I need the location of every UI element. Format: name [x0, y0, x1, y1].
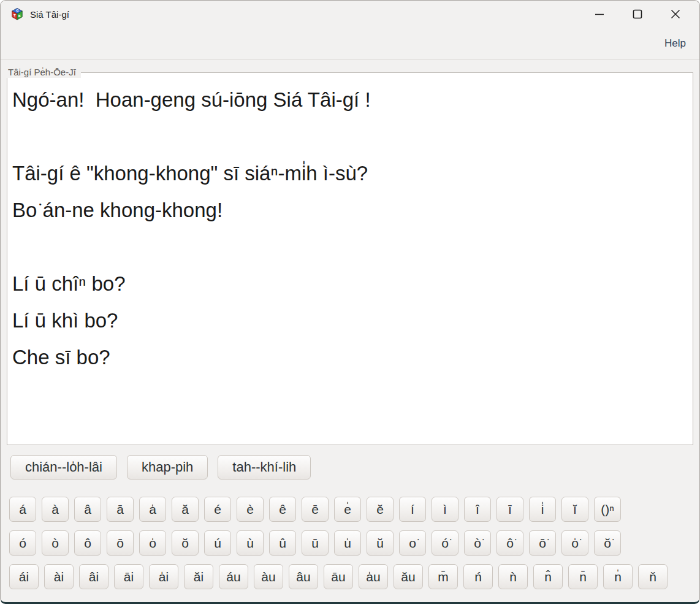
tone-keyboard: áàâāa̍ăéèêēe̍ĕíìîīi̍ĭ()ⁿóòôōo̍ŏúùûūu̍ŭo͘… [9, 497, 691, 589]
tone-button[interactable]: ā [107, 497, 134, 522]
tone-button[interactable]: ń [463, 564, 493, 589]
tone-button[interactable]: ŏ [172, 530, 199, 556]
tone-button[interactable]: ŏ͘ [594, 530, 621, 556]
tone-button[interactable]: é [204, 497, 231, 522]
text-line: Ngó͘-an! Hoan-geng sú-iōng Siá Tâi-gí ! [12, 82, 688, 118]
tone-button[interactable]: áu [219, 564, 248, 589]
tone-button[interactable]: i̍ [529, 497, 556, 522]
tone-button[interactable]: à [42, 497, 69, 522]
tone-button[interactable]: ái [9, 564, 39, 589]
tone-button[interactable]: á [9, 497, 36, 522]
tone-button[interactable]: û [269, 530, 296, 556]
groupbox-label: Tâi-gí Pe̍h-Ōe-Jī [7, 67, 81, 78]
maximize-button[interactable] [618, 4, 656, 25]
tone-button[interactable]: e̍ [334, 497, 361, 522]
minimize-icon [593, 8, 606, 20]
menubar: Help [1, 28, 699, 59]
action-button[interactable]: tah--khí-lih [218, 455, 311, 480]
action-button[interactable]: khap-pih [127, 455, 208, 480]
text-line [12, 118, 688, 155]
tone-button[interactable]: âi [79, 564, 108, 589]
text-line: Bo͘ án-ne khong-khong! [12, 192, 688, 229]
tone-button[interactable]: ē [302, 497, 329, 522]
tone-button[interactable]: u̍ [334, 530, 361, 556]
titlebar: G T K Siá Tâi-gí [1, 1, 699, 28]
tone-button[interactable]: o̍ [139, 530, 166, 556]
tone-button[interactable]: ǹ [498, 564, 528, 589]
tone-button[interactable]: àu [254, 564, 283, 589]
tone-button[interactable]: âu [289, 564, 318, 589]
tone-button[interactable]: ŭ [367, 530, 394, 556]
poj-groupbox: Tâi-gí Pe̍h-Ōe-Jī Ngó͘-an! Hoan-geng sú-… [7, 67, 693, 445]
tone-button[interactable]: n̍ [603, 564, 633, 589]
tone-button[interactable]: ī [496, 497, 523, 522]
tone-button[interactable]: a̍u [359, 564, 388, 589]
tone-button[interactable]: ù [237, 530, 264, 556]
tone-button[interactable]: í [399, 497, 426, 522]
text-line: Tâi-gí ê "khong-khong" sī siáⁿ-mi̍h ì-sù… [12, 155, 688, 192]
text-area[interactable]: Ngó͘-an! Hoan-geng sú-iōng Siá Tâi-gí !T… [7, 72, 693, 445]
menu-item-help[interactable]: Help [661, 35, 690, 52]
tone-button[interactable]: ó [9, 530, 36, 556]
tone-button[interactable]: m̄ [428, 564, 458, 589]
tone-row-3: áiàiâiāia̍iăiáuàuâuāua̍uăum̄ńǹn̂n̄n̍ň [9, 564, 691, 589]
svg-text:G: G [16, 9, 18, 12]
maximize-icon [631, 8, 644, 20]
tone-button[interactable]: a̍ [139, 497, 166, 522]
tone-button[interactable]: ĭ [561, 497, 588, 522]
tone-button[interactable]: è [237, 497, 264, 522]
tone-button[interactable]: ài [44, 564, 74, 589]
tone-button[interactable]: n̄ [568, 564, 598, 589]
tone-button[interactable]: â [74, 497, 101, 522]
svg-text:T: T [13, 13, 16, 17]
tone-row-1: áàâāa̍ăéèêēe̍ĕíìîīi̍ĭ()ⁿ [9, 497, 691, 522]
tone-button[interactable]: ô [74, 530, 101, 556]
tone-button[interactable]: ì [432, 497, 458, 522]
tone-button[interactable]: ă [172, 497, 199, 522]
tone-row-2: óòôōo̍ŏúùûūu̍ŭo͘ó͘ò͘ô͘ō͘o̍͘ŏ͘ [9, 530, 691, 556]
tone-button[interactable]: ăi [184, 564, 213, 589]
tone-button[interactable]: a̍i [149, 564, 178, 589]
tone-button[interactable]: ô͘ [496, 530, 523, 556]
app-window: G T K Siá Tâi-gí Help Tâi-gí P [0, 0, 700, 604]
tone-button[interactable]: î [464, 497, 491, 522]
tone-button[interactable]: ō [107, 530, 134, 556]
minimize-button[interactable] [580, 4, 618, 25]
close-button[interactable] [656, 4, 694, 25]
tone-button[interactable]: āu [324, 564, 353, 589]
tone-button[interactable]: ó͘ [432, 530, 458, 556]
tone-button[interactable]: ()ⁿ [594, 497, 621, 522]
tone-button[interactable]: o͘ [399, 530, 426, 556]
text-line: Che sī bo͘? [12, 339, 688, 376]
tone-button[interactable]: ū [302, 530, 329, 556]
tone-button[interactable]: āi [114, 564, 143, 589]
text-line [12, 229, 688, 266]
tone-button[interactable]: ò [42, 530, 69, 556]
app-cube-icon: G T K [10, 7, 24, 21]
tone-button[interactable]: ň [638, 564, 668, 589]
tone-button[interactable]: ău [394, 564, 423, 589]
close-icon [669, 8, 682, 20]
window-controls [580, 4, 694, 25]
tone-button[interactable]: n̂ [533, 564, 563, 589]
text-line: Lí ū khì bo͘? [12, 302, 688, 339]
action-button-row: chián--lo̍h-lâikhap-pihtah--khí-lih [10, 455, 690, 480]
action-button[interactable]: chián--lo̍h-lâi [10, 455, 117, 480]
window-title: Siá Tâi-gí [30, 9, 69, 20]
tone-button[interactable]: ĕ [367, 497, 394, 522]
tone-button[interactable]: ú [204, 530, 231, 556]
tone-button[interactable]: o̍͘ [561, 530, 588, 556]
svg-text:K: K [18, 14, 21, 18]
text-line: Lí ū chîⁿ bo͘? [12, 266, 688, 302]
tone-button[interactable]: ò͘ [464, 530, 491, 556]
tone-button[interactable]: ê [269, 497, 296, 522]
tone-button[interactable]: ō͘ [529, 530, 556, 556]
